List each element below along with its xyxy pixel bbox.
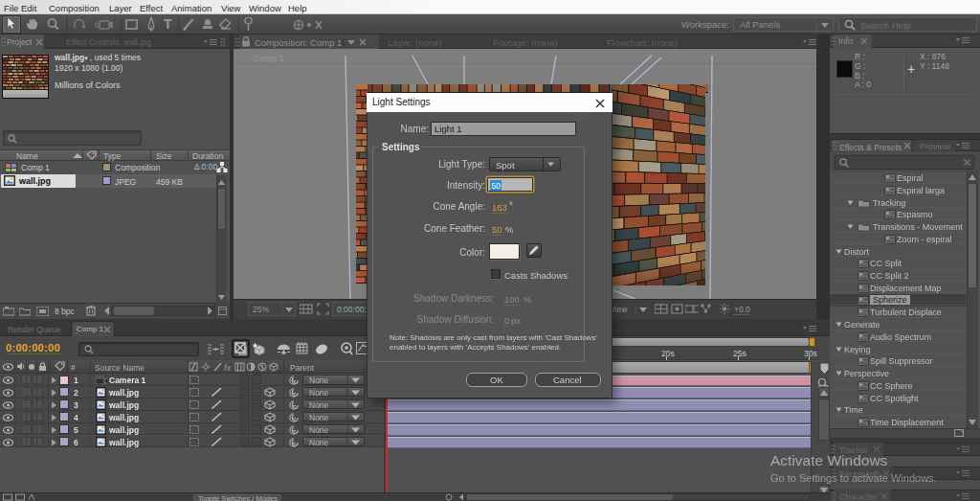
- svg-text:fx: fx: [224, 363, 232, 373]
